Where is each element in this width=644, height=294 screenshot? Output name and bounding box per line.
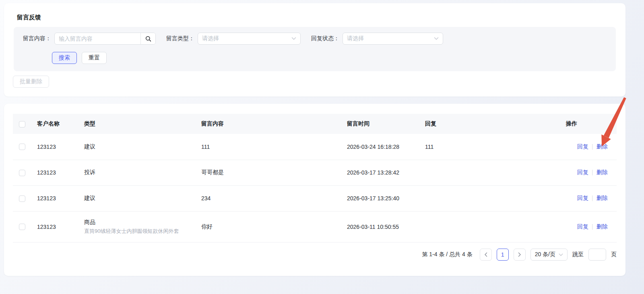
content-search-input-group <box>54 33 156 45</box>
delete-link[interactable]: 删除 <box>597 195 608 201</box>
type-filter-label: 留言类型： <box>166 35 194 42</box>
page-title: 留言反馈 <box>17 14 41 21</box>
column-header-time: 留言时间 <box>341 114 419 134</box>
cell-time: 2026-03-24 16:18:28 <box>341 134 419 160</box>
table-row: 123123 投诉 哥哥都是 2026-03-17 13:28:42 回复|删除 <box>13 160 617 185</box>
page-unit-label: 页 <box>611 251 617 258</box>
cell-reply: 111 <box>419 134 559 160</box>
action-divider: | <box>592 195 593 201</box>
type-text: 商品 <box>84 219 195 226</box>
reply-link[interactable]: 回复 <box>577 169 588 175</box>
chevron-down-icon <box>559 253 563 256</box>
content-search-input[interactable] <box>55 33 140 44</box>
filter-actions: 搜索 重置 <box>52 52 107 64</box>
chevron-down-icon <box>291 37 296 40</box>
row-checkbox[interactable] <box>19 224 25 230</box>
filter-panel: 留言内容： 留言类型： 请选择 <box>14 27 616 71</box>
table-card: 客户名称 类型 留言内容 留言时间 回复 操作 123123 建议 111 20… <box>4 104 625 276</box>
pagination: 第 1-4 条 / 总共 4 条 1 20 条/页 跳至 页 <box>422 249 617 261</box>
cell-type: 商品 直筒90绒轻薄女士内胆圆领短款休闲外套 <box>78 211 195 242</box>
cell-customer: 123123 <box>31 160 78 185</box>
cell-type: 建议 <box>78 134 195 160</box>
row-checkbox[interactable] <box>19 144 25 150</box>
action-divider: | <box>592 169 593 175</box>
cell-customer: 123123 <box>31 211 78 242</box>
action-divider: | <box>592 143 593 150</box>
chevron-down-icon <box>434 37 439 40</box>
action-divider: | <box>592 223 593 230</box>
column-header-actions: 操作 <box>559 114 617 134</box>
type-filter-select[interactable]: 请选择 <box>198 33 301 45</box>
type-text: 建议 <box>84 195 195 202</box>
batch-delete-button[interactable]: 批量删除 <box>13 76 49 88</box>
column-header-customer: 客户名称 <box>31 114 78 134</box>
cell-actions: 回复|删除 <box>559 134 617 160</box>
column-header-content: 留言内容 <box>195 114 341 134</box>
cell-content: 哥哥都是 <box>195 160 341 185</box>
cell-time: 2026-03-11 10:50:55 <box>341 211 419 242</box>
cell-reply <box>419 160 559 185</box>
cell-reply <box>419 185 559 211</box>
filter-card: 留言反馈 留言内容： 留言类型： 请选择 <box>4 3 625 97</box>
filter-item-type: 留言类型： 请选择 <box>166 33 301 45</box>
page-size-value: 20 条/页 <box>535 251 555 258</box>
type-product-name: 直筒90绒轻薄女士内胆圆领短款休闲外套 <box>84 228 195 235</box>
table-header-row: 客户名称 类型 留言内容 留言时间 回复 操作 <box>13 114 617 134</box>
reply-status-filter-label: 回复状态： <box>311 35 339 42</box>
cell-actions: 回复|删除 <box>559 211 617 242</box>
content-filter-label: 留言内容： <box>23 35 51 42</box>
filter-item-content: 留言内容： <box>23 33 156 45</box>
cell-time: 2026-03-17 13:25:40 <box>341 185 419 211</box>
table-row: 123123 建议 111 2026-03-24 16:18:28 111 回复… <box>13 134 617 160</box>
search-button[interactable]: 搜索 <box>52 52 77 64</box>
jump-to-label: 跳至 <box>572 251 584 258</box>
reply-status-filter-select[interactable]: 请选择 <box>343 33 443 45</box>
cell-customer: 123123 <box>31 185 78 211</box>
reset-button[interactable]: 重置 <box>82 52 107 64</box>
cell-content: 234 <box>195 185 341 211</box>
type-text: 建议 <box>84 143 195 150</box>
search-icon <box>145 36 151 42</box>
chevron-left-icon <box>484 252 487 257</box>
cell-content: 111 <box>195 134 341 160</box>
table-row: 123123 商品 直筒90绒轻薄女士内胆圆领短款休闲外套 你好 2026-03… <box>13 211 617 242</box>
cell-type: 建议 <box>78 185 195 211</box>
cell-content: 你好 <box>195 211 341 242</box>
cell-reply <box>419 211 559 242</box>
reply-link[interactable]: 回复 <box>577 143 588 150</box>
cell-customer: 123123 <box>31 134 78 160</box>
reply-select-placeholder: 请选择 <box>347 35 364 42</box>
column-header-reply: 回复 <box>419 114 559 134</box>
cell-actions: 回复|删除 <box>559 185 617 211</box>
reply-link[interactable]: 回复 <box>577 195 588 201</box>
pagination-summary: 第 1-4 条 / 总共 4 条 <box>422 251 472 258</box>
chevron-right-icon <box>518 252 521 257</box>
prev-page-button[interactable] <box>480 249 492 261</box>
cell-time: 2026-03-17 13:28:42 <box>341 160 419 185</box>
row-checkbox[interactable] <box>19 170 25 176</box>
search-icon-button[interactable] <box>140 33 155 44</box>
select-all-checkbox[interactable] <box>19 121 25 127</box>
page-size-select[interactable]: 20 条/页 <box>530 249 568 261</box>
row-checkbox[interactable] <box>19 195 25 202</box>
type-text: 投诉 <box>84 169 195 176</box>
delete-link[interactable]: 删除 <box>597 169 608 175</box>
jump-page-input[interactable] <box>588 249 606 261</box>
filter-item-reply-status: 回复状态： 请选择 <box>311 33 443 45</box>
delete-link[interactable]: 删除 <box>597 143 608 150</box>
reply-link[interactable]: 回复 <box>577 223 588 230</box>
next-page-button[interactable] <box>514 249 526 261</box>
column-header-type: 类型 <box>78 114 195 134</box>
feedback-table: 客户名称 类型 留言内容 留言时间 回复 操作 123123 建议 111 20… <box>13 114 617 243</box>
delete-link[interactable]: 删除 <box>597 223 608 230</box>
table-row: 123123 建议 234 2026-03-17 13:25:40 回复|删除 <box>13 185 617 211</box>
cell-type: 投诉 <box>78 160 195 185</box>
cell-actions: 回复|删除 <box>559 160 617 185</box>
page-number-button[interactable]: 1 <box>497 249 509 261</box>
filter-row: 留言内容： 留言类型： 请选择 <box>23 33 443 45</box>
type-select-placeholder: 请选择 <box>202 35 219 42</box>
